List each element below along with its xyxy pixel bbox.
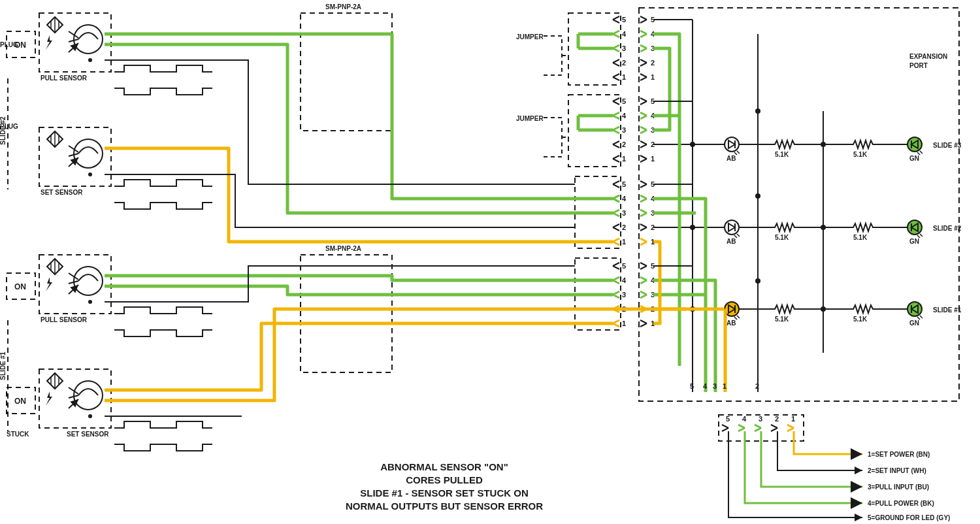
svg-text:PULL SENSOR: PULL SENSOR — [41, 74, 88, 82]
svg-text:5: 5 — [726, 415, 730, 423]
svg-text:2: 2 — [775, 415, 779, 423]
schematic-diagram: PULL SENSOR ON SET SENSOR PULL SENSOR ON… — [0, 0, 980, 524]
svg-text:5.1K: 5.1K — [853, 151, 868, 158]
expansion-port: EXPANSIONPORT — [639, 8, 959, 401]
svg-text:1: 1 — [622, 238, 626, 246]
svg-text:SM-PNP-2A: SM-PNP-2A — [325, 245, 361, 252]
svg-text:4: 4 — [742, 415, 747, 423]
svg-text:CORES PULLED: CORES PULLED — [406, 474, 483, 485]
svg-text:5: 5 — [622, 180, 626, 188]
svg-text:AB: AB — [727, 319, 736, 327]
svg-text:GN: GN — [909, 238, 919, 245]
svg-text:3: 3 — [759, 415, 762, 423]
svg-text:5: 5 — [622, 262, 626, 270]
svg-text:SLIDE #2: SLIDE #2 — [933, 225, 962, 232]
svg-text:3: 3 — [622, 291, 626, 299]
svg-text:1: 1 — [791, 415, 795, 423]
svg-text:2: 2 — [622, 59, 626, 67]
svg-text:1: 1 — [651, 155, 655, 163]
svg-text:SLIDE #1: SLIDE #1 — [933, 306, 962, 314]
svg-point-89 — [821, 225, 826, 230]
legend-3: 3=PULL INPUT (BU) — [868, 483, 929, 491]
svg-point-83 — [690, 225, 695, 230]
svg-text:SLIDE #3: SLIDE #3 — [933, 142, 962, 149]
legend-5: 5=GROUND FOR LED (GY) — [868, 514, 950, 521]
svg-text:3: 3 — [713, 382, 717, 390]
jumper-b: JUMPERPLUG — [0, 95, 621, 167]
jumper-b-label: JUMPERPLUG — [0, 115, 544, 130]
svg-text:4: 4 — [703, 382, 708, 390]
svg-text:2: 2 — [622, 140, 626, 148]
svg-point-86 — [755, 193, 760, 199]
svg-text:5.1K: 5.1K — [775, 234, 789, 241]
svg-text:STUCK: STUCK — [7, 431, 29, 438]
svg-text:NORMAL OUTPUTS BUT SENSOR ERRO: NORMAL OUTPUTS BUT SENSOR ERROR — [346, 500, 543, 512]
row-slide1: AB 5.1K 5.1K GN SLIDE #1 — [725, 302, 962, 327]
svg-text:SET SENSOR: SET SENSOR — [67, 431, 109, 438]
svg-text:5: 5 — [622, 97, 626, 105]
svg-text:5: 5 — [622, 16, 626, 24]
svg-text:4: 4 — [622, 112, 627, 120]
svg-text:SLIDE #2: SLIDE #2 — [0, 116, 7, 145]
svg-text:ABNORMAL SENSOR "ON": ABNORMAL SENSOR "ON" — [380, 461, 508, 472]
svg-text:4: 4 — [622, 30, 627, 38]
svg-text:1: 1 — [622, 319, 626, 327]
svg-text:EXPANSIONPORT: EXPANSIONPORT — [909, 53, 947, 69]
svg-text:JUMPERPLUG: JUMPERPLUG — [0, 115, 544, 130]
svg-text:3: 3 — [622, 126, 626, 134]
svg-text:ON: ON — [14, 397, 26, 406]
svg-text:SLIDE #1: SLIDE #1 — [0, 352, 7, 380]
jumper-a: JUMPERPLUG — [0, 13, 621, 85]
svg-text:2: 2 — [755, 382, 759, 390]
svg-text:1: 1 — [651, 73, 655, 81]
svg-point-87 — [755, 278, 760, 284]
svg-text:GN: GN — [909, 155, 919, 162]
svg-text:2: 2 — [651, 59, 655, 67]
row-slide2: AB 5.1K 5.1K GN SLIDE #2 — [653, 220, 962, 245]
svg-text:PULL SENSOR: PULL SENSOR — [41, 316, 88, 323]
sensor-slide2-pull: PULL SENSOR — [39, 13, 111, 82]
svg-text:1: 1 — [622, 155, 626, 163]
svg-text:5.1K: 5.1K — [853, 316, 868, 323]
svg-text:SM-PNP-2A: SM-PNP-2A — [325, 3, 361, 10]
svg-text:4: 4 — [622, 276, 627, 284]
svg-text:AB: AB — [727, 155, 736, 162]
svg-text:3: 3 — [622, 44, 626, 52]
svg-point-90 — [821, 306, 826, 312]
svg-text:5.1K: 5.1K — [775, 316, 789, 323]
svg-text:SET SENSOR: SET SENSOR — [41, 189, 83, 196]
svg-point-85 — [755, 108, 760, 114]
svg-text:5.1K: 5.1K — [775, 151, 789, 158]
legend-connector: 5 4 3 2 1 1=SET POWER (BN) 2=SET INPUT (… — [719, 415, 950, 521]
svg-text:GN: GN — [909, 319, 919, 327]
module-top: SM-PNP-2A — [301, 3, 392, 131]
legend-1: 1=SET POWER (BN) — [868, 451, 930, 458]
row-slide3: AB 5.1K 5.1K GN SLIDE #3 — [653, 137, 962, 162]
legend-4: 4=PULL POWER (BK) — [868, 500, 934, 507]
svg-text:1: 1 — [723, 382, 727, 390]
svg-text:5.1K: 5.1K — [853, 234, 868, 241]
svg-point-82 — [690, 142, 695, 147]
svg-text:ON: ON — [14, 282, 26, 291]
svg-text:3: 3 — [622, 209, 626, 217]
sensor-slide1-pull: PULL SENSOR — [39, 255, 111, 323]
svg-text:4: 4 — [622, 195, 627, 203]
svg-text:1: 1 — [622, 73, 626, 81]
svg-text:2: 2 — [622, 223, 626, 231]
sensor-slide2-set: SET SENSOR — [39, 127, 111, 196]
svg-point-88 — [821, 142, 826, 147]
svg-text:SLIDE #1 - SENSOR SET STUCK ON: SLIDE #1 - SENSOR SET STUCK ON — [360, 487, 529, 499]
title-block: ABNORMAL SENSOR "ON" CORES PULLED SLIDE … — [346, 461, 543, 512]
legend-2: 2=SET INPUT (WH) — [868, 467, 926, 474]
svg-text:5: 5 — [690, 382, 694, 390]
svg-text:AB: AB — [727, 238, 736, 245]
sensor-slide1-set: SET SENSOR — [39, 369, 111, 438]
